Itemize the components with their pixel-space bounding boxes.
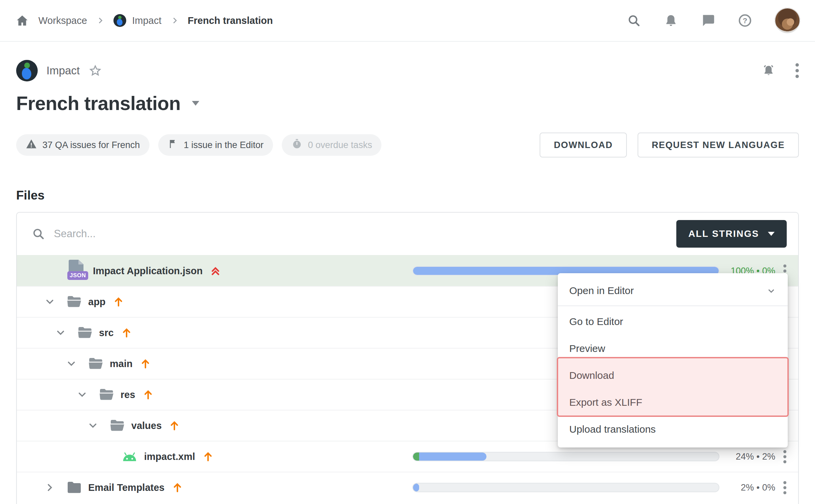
status-badge[interactable]: 0 overdue tasks (282, 134, 382, 156)
chevron-down-icon[interactable] (43, 296, 57, 308)
help-icon[interactable]: ? (738, 13, 752, 28)
status-badge[interactable]: 37 QA issues for French (16, 134, 149, 156)
export-arrow-icon (139, 358, 151, 370)
chevron-right-icon (96, 16, 105, 25)
download-button[interactable]: DOWNLOAD (540, 133, 627, 157)
translation-progress-bar (412, 452, 719, 461)
notification-settings-bell-icon[interactable] (761, 63, 776, 78)
chevron-down-icon[interactable] (54, 327, 67, 338)
status-badges: 37 QA issues for French 1 issue in the E… (16, 134, 381, 156)
status-badge[interactable]: 1 issue in the Editor (158, 134, 273, 156)
priority-high-icon (209, 265, 222, 277)
favorite-star-icon[interactable] (89, 64, 102, 77)
breadcrumb-current-page: French translation (188, 15, 273, 26)
project-more-kebab-icon[interactable] (795, 69, 799, 72)
breadcrumb-workspace[interactable]: Workspace (38, 15, 87, 26)
file-name: app (88, 296, 106, 308)
row-more-kebab-icon[interactable] (778, 486, 791, 489)
file-row[interactable]: Email Templates 2% • 0% (17, 472, 798, 503)
menu-item-open-in-editor[interactable]: Open in Editor (558, 278, 788, 303)
page-title: French translation (16, 92, 180, 114)
user-avatar[interactable] (775, 8, 800, 33)
chevron-down-icon (768, 232, 775, 236)
search-icon[interactable] (626, 13, 641, 28)
export-arrow-icon (121, 327, 133, 339)
project-header: Impact French translation (0, 60, 815, 114)
folder-open-icon (77, 325, 93, 340)
title-dropdown-caret-icon[interactable] (192, 101, 199, 106)
file-name: main (110, 358, 133, 369)
menu-item-preview[interactable]: Preview (558, 335, 788, 362)
warning-icon (26, 138, 37, 152)
menu-item-export-as-xliff[interactable]: Export as XLIFF (558, 389, 788, 416)
folder-open-icon (66, 294, 82, 309)
json-file-icon: JSON (67, 259, 87, 283)
project-logo-icon (113, 14, 126, 27)
progress-stats: 24% • 2% (725, 452, 775, 462)
topbar-actions: ? (626, 8, 800, 33)
menu-item-go-to-editor[interactable]: Go to Editor (558, 308, 788, 335)
translation-progress-bar (412, 483, 719, 492)
svg-text:?: ? (743, 16, 747, 25)
export-arrow-icon (142, 389, 154, 401)
row-more-kebab-icon[interactable] (778, 269, 791, 273)
file-name: Email Templates (88, 482, 165, 493)
menu-item-download[interactable]: Download (558, 362, 788, 389)
project-name[interactable]: Impact (46, 64, 80, 77)
folder-open-icon (98, 387, 114, 402)
breadcrumb: Workspace Impact French translation (15, 13, 273, 28)
breadcrumb-project[interactable]: Impact (113, 14, 162, 27)
request-new-language-button[interactable]: REQUEST NEW LANGUAGE (638, 133, 799, 157)
menu-item-upload-translations[interactable]: Upload translations (558, 416, 788, 443)
progress-stats: 2% • 0% (725, 482, 775, 493)
export-arrow-icon (202, 451, 214, 463)
chevron-down-icon (766, 286, 776, 296)
chevron-down-icon[interactable] (65, 358, 78, 369)
flag-icon (168, 139, 178, 152)
export-arrow-icon (168, 420, 180, 432)
chevron-down-icon[interactable] (86, 420, 100, 431)
folder-open-icon (88, 356, 104, 371)
file-name: src (99, 327, 114, 338)
files-search-input[interactable] (54, 228, 676, 240)
files-search-row: ALL STRINGS (17, 213, 798, 255)
chevron-right-icon (170, 16, 179, 25)
top-navigation-bar: Workspace Impact French translation ? (0, 0, 815, 42)
home-icon[interactable] (15, 13, 30, 28)
search-icon (32, 227, 45, 241)
android-icon (121, 451, 138, 463)
status-row: 37 QA issues for French 1 issue in the E… (0, 133, 815, 157)
header-actions: DOWNLOAD REQUEST NEW LANGUAGE (540, 133, 799, 157)
file-name: Impact Application.json (93, 265, 203, 277)
strings-filter-button[interactable]: ALL STRINGS (676, 220, 787, 248)
files-heading: Files (16, 188, 799, 203)
export-arrow-icon (112, 296, 125, 308)
row-more-kebab-icon[interactable] (778, 455, 791, 458)
file-name: res (121, 389, 135, 400)
chevron-right-icon[interactable] (43, 482, 57, 493)
messages-icon[interactable] (701, 13, 715, 28)
file-context-menu: Open in Editor Go to EditorPreviewDownlo… (558, 273, 788, 447)
notifications-bell-icon[interactable] (664, 13, 678, 28)
menu-divider (558, 305, 788, 306)
file-name: values (131, 420, 162, 431)
file-name: impact.xml (144, 451, 195, 462)
export-arrow-icon (171, 481, 183, 494)
chevron-down-icon[interactable] (75, 389, 89, 400)
timer-icon (291, 138, 303, 152)
folder-closed-icon (66, 480, 82, 495)
project-logo[interactable] (16, 60, 38, 81)
folder-open-icon (109, 418, 125, 433)
